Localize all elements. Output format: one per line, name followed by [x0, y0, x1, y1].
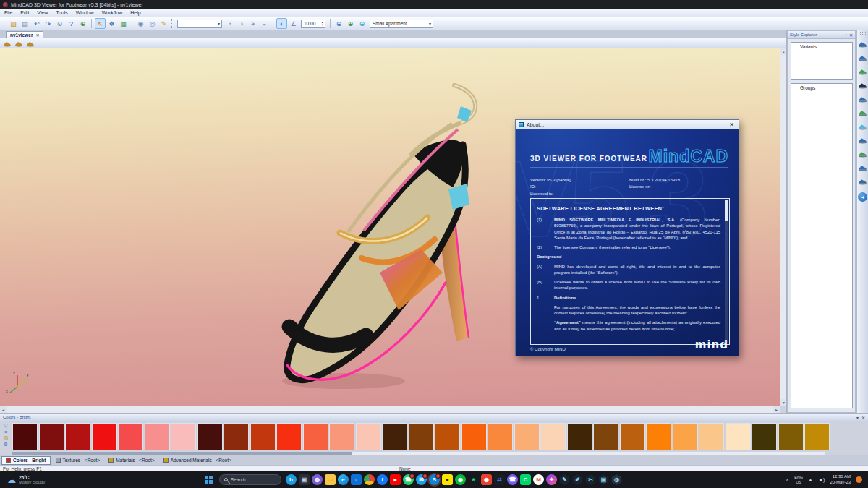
start-button[interactable]	[205, 476, 213, 484]
groups-box[interactable]: Groups	[791, 83, 853, 408]
color-swatch[interactable]	[593, 423, 618, 450]
chat-icon[interactable]: ✉	[416, 474, 427, 485]
menu-item[interactable]: Edit	[20, 10, 29, 15]
mindcad-2d-icon[interactable]: ✎	[559, 474, 570, 485]
environment-2-button[interactable]: ⊕	[345, 18, 356, 29]
pin-icon[interactable]: ▫	[846, 33, 847, 37]
undo-button[interactable]: ↶	[31, 18, 42, 29]
license-agreement-box[interactable]: SOFTWARE LICENSE AGREEMENT BETWEEN: (1) …	[530, 198, 730, 345]
palette-settings-icon[interactable]: ⚙	[4, 442, 8, 448]
shoe-open-button[interactable]	[14, 38, 24, 48]
menu-item[interactable]: Window	[76, 10, 94, 15]
hide-button[interactable]: ◎	[147, 18, 158, 29]
close-icon[interactable]: ✕	[861, 415, 865, 420]
volume-icon[interactable]: ◄)	[818, 477, 825, 482]
task-view-icon[interactable]: ▣	[299, 474, 310, 485]
annotate-button[interactable]: ✎	[158, 18, 169, 29]
capcut-icon[interactable]: C	[520, 474, 531, 485]
environment-1-button[interactable]: ⊕	[333, 18, 344, 29]
sort-icon[interactable]: ≡	[4, 429, 7, 435]
last-tool-button[interactable]	[2, 38, 12, 48]
environment-3-button[interactable]: ⊕	[357, 18, 367, 29]
turntable-2-button[interactable]: ◑	[236, 18, 247, 29]
color-swatch[interactable]	[329, 423, 354, 450]
print-button[interactable]: ▤	[20, 18, 30, 29]
file-explorer-icon[interactable]: ▭	[325, 474, 336, 485]
color-swatch[interactable]	[224, 423, 249, 450]
turntable-3-button[interactable]: ◕	[247, 18, 258, 29]
close-icon[interactable]: ✕	[728, 121, 736, 128]
skype-icon[interactable]: S	[429, 474, 440, 485]
color-swatch[interactable]	[39, 423, 64, 450]
mindcad-cut-icon[interactable]: ✂	[585, 474, 596, 485]
filter-icon[interactable]: ▽	[4, 423, 7, 429]
color-swatch[interactable]	[276, 423, 302, 450]
pin-icon[interactable]: ▾	[856, 415, 859, 420]
variant-shoe-1-button[interactable]	[858, 39, 868, 49]
variant-shoe-3-button[interactable]	[858, 67, 868, 77]
scene-settings-button[interactable]: ▦	[118, 18, 129, 29]
taskbar-search[interactable]: Search	[219, 474, 281, 485]
color-swatch[interactable]	[12, 423, 38, 450]
render-settings-button[interactable]: ❖	[106, 18, 117, 29]
color-swatch[interactable]	[92, 423, 117, 450]
teamviewer-icon[interactable]: ⇄	[494, 474, 505, 485]
open-button[interactable]: ▨	[8, 18, 19, 29]
library-tab[interactable]: Materials - <Root>	[105, 456, 158, 465]
spinner-arrows[interactable]: ▲▼	[321, 21, 325, 26]
mindcad-capture-icon[interactable]: ▣	[598, 474, 609, 485]
color-swatch[interactable]	[118, 423, 143, 450]
viewport-vertical-scrollbar[interactable]: ▲ ▼	[780, 48, 786, 406]
color-swatch[interactable]	[540, 423, 566, 450]
help-button[interactable]: ?	[66, 18, 77, 29]
color-swatch[interactable]	[171, 423, 196, 450]
wechat-icon[interactable]: ◉	[455, 474, 466, 485]
library-tab[interactable]: Advanced Materials - <Root>	[160, 456, 235, 465]
compass-button[interactable]: ◐	[276, 18, 287, 29]
messenger-icon[interactable]: ✦	[546, 474, 557, 485]
mindcad-3d-icon[interactable]: ✐	[572, 474, 583, 485]
clock-widget[interactable]: 12:30 AM20-May-23	[830, 474, 851, 484]
scroll-left-icon[interactable]: ◄	[0, 406, 7, 413]
facebook-icon[interactable]: f	[377, 474, 388, 485]
color-swatch[interactable]	[673, 423, 698, 450]
variant-shoe-8-button[interactable]	[858, 135, 868, 145]
chrome-icon[interactable]: ●	[364, 474, 375, 485]
cortana-icon[interactable]: ◍	[312, 474, 323, 485]
redo-button[interactable]: ↷	[43, 18, 54, 29]
color-swatch[interactable]	[382, 423, 407, 450]
color-swatch[interactable]	[145, 423, 170, 450]
youtube-icon[interactable]: ▸	[390, 474, 401, 485]
edge-icon[interactable]: e	[338, 474, 349, 485]
color-swatch[interactable]	[804, 423, 830, 450]
color-swatch[interactable]	[461, 423, 487, 450]
color-swatch[interactable]	[435, 423, 460, 450]
shoe-export-button[interactable]	[25, 38, 35, 48]
turntable-4-button[interactable]: ◒	[259, 18, 270, 29]
select-tool-button[interactable]: ↖	[95, 18, 106, 29]
variant-shoe-2-button[interactable]	[858, 53, 868, 63]
animation-combo[interactable]: ▾	[177, 20, 222, 28]
viber-icon[interactable]: ☎	[507, 474, 518, 485]
wifi-icon[interactable]: ▲	[808, 477, 813, 482]
variant-shoe-5-button[interactable]	[858, 94, 868, 104]
bing-icon[interactable]: b	[286, 474, 297, 485]
variant-shoe-4-button[interactable]	[858, 80, 868, 90]
close-tab-icon[interactable]: ✕	[35, 33, 39, 38]
color-swatch[interactable]	[699, 423, 724, 450]
gmail-icon[interactable]: M	[533, 474, 544, 485]
color-swatch[interactable]	[726, 423, 751, 450]
scroll-right-icon[interactable]: ►	[773, 406, 780, 413]
close-icon[interactable]: ✕	[849, 33, 853, 38]
variant-shoe-9-button[interactable]	[858, 149, 868, 159]
color-swatch[interactable]	[197, 423, 223, 450]
menu-item[interactable]: View	[37, 10, 48, 15]
toolbar-drag-handle[interactable]	[860, 32, 866, 35]
scene-dropdown[interactable]: Small Apartment▾	[370, 20, 433, 28]
clover-app-icon[interactable]: ♣	[468, 474, 479, 485]
variant-shoe-7-button[interactable]	[858, 121, 868, 132]
color-swatch[interactable]	[514, 423, 540, 450]
variant-shoe-10-button[interactable]	[858, 163, 868, 173]
whatsapp-icon[interactable]: ☎	[403, 474, 414, 485]
toolbar-drag-handle[interactable]	[171, 19, 174, 28]
